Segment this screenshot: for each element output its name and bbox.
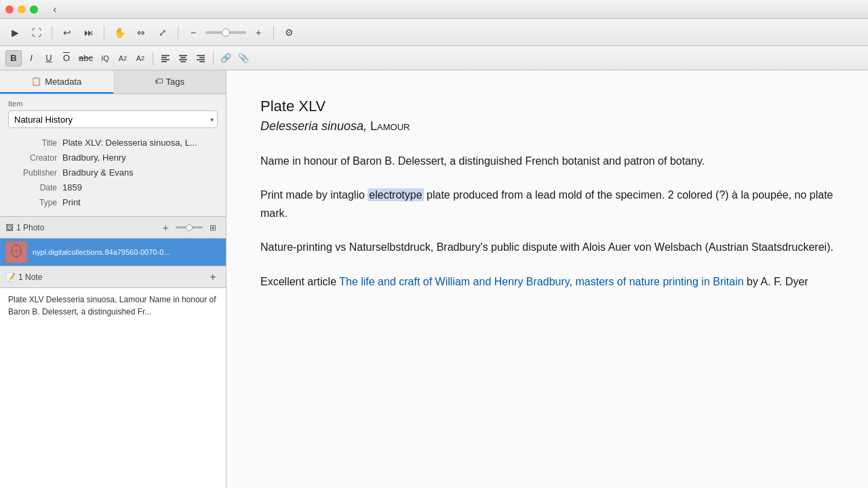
para4-before: Excellent article <box>260 276 339 287</box>
window-bar: ‹ <box>0 0 868 19</box>
underline-button[interactable]: U <box>41 50 57 66</box>
maximize-button[interactable] <box>30 5 38 14</box>
grid-view-button[interactable]: ⊞ <box>205 220 220 235</box>
highlight-button[interactable]: IQ <box>97 50 113 66</box>
toolbar-separator-4 <box>273 26 274 39</box>
notes-section: 📝 1 Note + Plate XLV Delesseria sinuosa,… <box>0 266 226 488</box>
item-select[interactable]: Natural History <box>8 110 218 128</box>
meta-val-creator: Bradbury, Henry <box>62 152 126 163</box>
align-right-button[interactable] <box>193 50 209 66</box>
content-area[interactable]: Plate XLV Delesseria sinuosa, Lamour Nam… <box>226 70 868 488</box>
meta-key-creator: Creator <box>8 153 62 163</box>
paragraph-4: Excellent article The life and craft of … <box>260 273 834 291</box>
para4-after: by A. F. Dyer <box>744 276 808 287</box>
meta-key-type: Type <box>8 198 62 207</box>
tags-icon: 🏷 <box>155 77 163 86</box>
add-photo-button[interactable]: + <box>158 220 173 235</box>
photo-zoom-thumb <box>186 224 193 231</box>
meta-key-date: Date <box>8 183 62 192</box>
metadata-icon: 📋 <box>31 77 41 86</box>
meta-val-type: Print <box>62 197 81 207</box>
zoom-slider-container <box>205 31 246 34</box>
meta-val-publisher: Bradbury & Evans <box>62 167 134 178</box>
bradbury-link[interactable]: The life and craft of William and Henry … <box>339 276 743 287</box>
zoom-slider-thumb[interactable] <box>222 28 230 37</box>
fullscreen-button[interactable]: ⛶ <box>27 23 46 42</box>
meta-row-creator: Creator Bradbury, Henry <box>0 151 226 166</box>
author-name: Lamour <box>370 119 410 133</box>
tab-tags-label: Tags <box>166 77 184 87</box>
toolbar: ▶ ⛶ ↩ ⏭ ✋ ⇔ ⤢ − + ⚙ <box>0 19 868 46</box>
add-note-button[interactable]: + <box>205 270 220 285</box>
zoom-out-button[interactable]: − <box>184 23 203 42</box>
metadata-section: Title Plate XLV: Delesseria sinuosa, L..… <box>0 134 226 216</box>
tab-tags[interactable]: 🏷 Tags <box>113 70 226 94</box>
notes-icon: 📝 <box>5 272 16 282</box>
overline-button[interactable]: O <box>58 50 75 66</box>
paragraph-1: Name in honour of Baron B. Delessert, a … <box>260 152 834 170</box>
photo-label: nypl.digitalcollections.84a79560-0070-0.… <box>33 248 170 256</box>
settings-button[interactable]: ⚙ <box>279 23 298 42</box>
paragraph-2: Print made by intaglio electrotype plate… <box>260 186 834 222</box>
plate-heading: Plate XLV <box>260 98 834 115</box>
photo-zoom-slider[interactable] <box>176 226 203 228</box>
rt-separator-2 <box>213 52 214 65</box>
superscript-button[interactable]: A2 <box>132 50 149 66</box>
italic-button[interactable]: I <box>23 50 39 66</box>
tab-metadata[interactable]: 📋 Metadata <box>0 70 113 94</box>
zoom-in-button[interactable]: + <box>249 23 268 42</box>
undo-button[interactable]: ↩ <box>58 23 77 42</box>
back-button[interactable]: ‹ <box>47 2 62 17</box>
skip-button[interactable]: ⏭ <box>79 23 98 42</box>
note-preview: Plate XLV Delesseria sinuosa, Lamour Nam… <box>0 288 226 488</box>
split-button[interactable]: ⇔ <box>132 23 151 42</box>
meta-row-publisher: Publisher Bradbury & Evans <box>0 166 226 181</box>
photos-section: 🖼 1 Photo + ⊞ <box>0 216 226 266</box>
tab-metadata-label: Metadata <box>45 77 81 87</box>
notes-header: 📝 1 Note + <box>0 266 226 288</box>
pan-button[interactable]: ✋ <box>110 23 129 42</box>
item-section: Item Natural History ▾ <box>0 94 226 134</box>
item-select-wrapper: Natural History ▾ <box>8 110 218 128</box>
toolbar-separator-2 <box>104 26 104 39</box>
close-button[interactable] <box>5 5 14 14</box>
tab-bar: 📋 Metadata 🏷 Tags <box>0 70 226 94</box>
species-name: Delesseria sinuosa <box>260 119 363 133</box>
play-button[interactable]: ▶ <box>5 23 24 42</box>
photo-thumbnail <box>5 241 27 263</box>
notes-count: 1 Note <box>18 272 205 282</box>
zoom-slider-track[interactable] <box>205 31 246 34</box>
meta-row-title: Title Plate XLV: Delesseria sinuosa, L..… <box>0 136 226 151</box>
zoom-fit-button[interactable]: ⤢ <box>153 23 172 42</box>
photo-zoom-track <box>176 226 203 228</box>
toolbar-separator-3 <box>178 26 178 39</box>
link-button[interactable]: 🔗 <box>218 50 234 66</box>
meta-row-type: Type Print <box>0 196 226 211</box>
photos-count: 1 Photo <box>16 223 155 232</box>
minimize-button[interactable] <box>18 5 26 14</box>
attachment-button[interactable]: 📎 <box>235 50 252 66</box>
item-label: Item <box>8 100 218 108</box>
meta-val-title: Plate XLV: Delesseria sinuosa, L... <box>62 138 197 148</box>
subscript-button[interactable]: A2 <box>115 50 131 66</box>
meta-row-date: Date 1859 <box>0 181 226 196</box>
strikethrough-button[interactable]: abc <box>76 50 96 66</box>
photos-icon: 🖼 <box>5 223 14 232</box>
paragraph-3: Nature-printing vs Naturselbstdruck, Bra… <box>260 239 834 256</box>
species-heading: Delesseria sinuosa, Lamour <box>260 119 834 134</box>
rich-toolbar: B I U O abc IQ A2 A2 🔗 📎 <box>0 46 868 70</box>
main-content: 📋 Metadata 🏷 Tags Item Natural History ▾… <box>0 70 868 488</box>
para2-before: Print made by intaglio <box>260 189 368 201</box>
meta-key-publisher: Publisher <box>8 168 62 178</box>
photos-header: 🖼 1 Photo + ⊞ <box>0 217 226 239</box>
align-center-button[interactable] <box>175 50 191 66</box>
align-left-button[interactable] <box>157 50 174 66</box>
photo-item[interactable]: nypl.digitalcollections.84a79560-0070-0.… <box>0 239 226 266</box>
bold-button[interactable]: B <box>5 50 22 66</box>
electrotype-highlight: electrotype <box>368 188 423 201</box>
rt-separator-1 <box>153 52 153 65</box>
sidebar: 📋 Metadata 🏷 Tags Item Natural History ▾… <box>0 70 226 488</box>
meta-key-title: Title <box>8 138 62 148</box>
meta-val-date: 1859 <box>62 182 82 192</box>
toolbar-separator-1 <box>52 26 52 39</box>
